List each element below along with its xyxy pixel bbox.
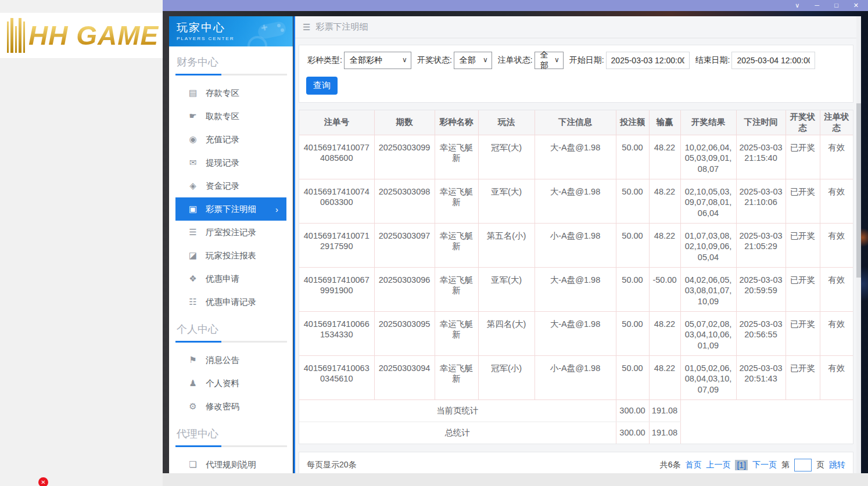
- table-cell: 2025-03-03 21:05:29: [736, 223, 785, 267]
- first-page-link[interactable]: 首页: [685, 460, 701, 470]
- next-page-link[interactable]: 下一页: [752, 460, 777, 470]
- summary-empty: [680, 422, 853, 444]
- pagination-bar: 每页显示20条 共6条 首页 上一页 [1] 下一页 第 页 跳转: [299, 452, 853, 473]
- close-icon[interactable]: ✕: [853, 2, 859, 9]
- jump-page-input[interactable]: [794, 459, 812, 471]
- table-cell: 亚军(大): [478, 267, 535, 311]
- table-cell: 已开奖: [785, 311, 820, 355]
- current-page-indicator[interactable]: [1]: [735, 460, 748, 470]
- logo-barcode-decoration: [7, 18, 25, 53]
- end-date-input[interactable]: [731, 52, 815, 69]
- table-cell: 48.22: [649, 135, 680, 179]
- table-cell: 第四名(大): [478, 311, 535, 355]
- start-date-label: 开始日期:: [569, 55, 604, 66]
- summary-bet-total: 300.00: [616, 399, 649, 422]
- table-cell: 401569174100630345610: [299, 355, 374, 399]
- sidebar-header: 玩家中心 PLAYERS CENTER: [169, 16, 293, 46]
- table-cell: 10,02,06,04,05,03,09,01,08,07: [680, 135, 736, 179]
- jump-prefix-text: 第: [781, 460, 790, 470]
- section-underline: [175, 341, 287, 343]
- table-cell: 401569174100740603300: [299, 179, 374, 223]
- sidebar-item-label: 玩家投注报表: [206, 250, 256, 261]
- window-backdrop: 玩家中心 PLAYERS CENTER 财务中心: [163, 11, 868, 473]
- jump-action-link[interactable]: 跳转: [829, 460, 845, 470]
- sidebar-item-change-password[interactable]: ⚙ 修改密码: [175, 395, 286, 418]
- sidebar-item-label: 消息公告: [206, 355, 239, 366]
- table-row: 40156917410071291759020250303097幸运飞艇新第五名…: [299, 223, 853, 267]
- start-date-input[interactable]: [606, 52, 690, 69]
- table-cell: 50.00: [616, 311, 649, 355]
- col-lottery-name: 彩种名称: [435, 110, 478, 135]
- sidebar-item-promo-apply[interactable]: ❖ 优惠申请: [175, 267, 286, 290]
- section-underline: [175, 74, 287, 75]
- table-cell: 大-A盘@1.98: [535, 311, 616, 355]
- sidebar-item-label: 充值记录: [206, 134, 239, 145]
- sidebar-item-recharge-records[interactable]: ◉ 充值记录: [175, 128, 286, 151]
- sidebar-item-deposit-zone[interactable]: ▤ 存款专区: [175, 81, 286, 105]
- sidebar-item-label: 厅室投注记录: [206, 227, 256, 238]
- clipboard-list-icon: ☰: [188, 227, 198, 237]
- user-icon: ♟: [188, 378, 198, 388]
- query-button[interactable]: 查询: [306, 77, 338, 95]
- gear-icon: ⚙: [188, 401, 198, 412]
- taskbar-strip: [163, 473, 868, 486]
- menu-chevron-icon[interactable]: ∨: [795, 2, 799, 9]
- table-cell: 有效: [820, 179, 853, 223]
- sidebar-item-promo-apply-records[interactable]: ☷ 优惠申请记录: [175, 290, 286, 314]
- table-cell: 20250303098: [374, 179, 435, 223]
- end-date-label: 结束日期:: [695, 55, 730, 66]
- maximize-icon[interactable]: □: [834, 2, 838, 9]
- sidebar-item-withdrawal-records[interactable]: ✉ 提现记录: [175, 151, 286, 174]
- table-cell: 亚军(大): [478, 179, 535, 223]
- jump-suffix-text: 页: [816, 460, 824, 470]
- bank-card-icon: ▤: [188, 88, 198, 98]
- sidebar-item-agent-rules[interactable]: ❏ 代理规则说明: [175, 453, 286, 473]
- sidebar-item-label: 彩票下注明细: [206, 204, 256, 215]
- bet-status-select[interactable]: 全部 ∨: [535, 52, 564, 69]
- table-row: 40156917410074060330020250303098幸运飞艇新亚军(…: [299, 179, 853, 223]
- table-cell: -50.00: [649, 267, 680, 311]
- minimize-icon[interactable]: ─: [815, 2, 819, 9]
- sidebar-item-fund-records[interactable]: ◈ 资金记录: [175, 174, 286, 197]
- sidebar: 玩家中心 PLAYERS CENTER 财务中心: [169, 16, 293, 473]
- prev-page-link[interactable]: 上一页: [706, 460, 730, 470]
- table-cell: 有效: [820, 267, 853, 311]
- bet-status-value: 全部: [540, 50, 550, 71]
- table-cell: 20250303094: [374, 355, 435, 399]
- table-cell: 已开奖: [785, 135, 820, 179]
- table-cell: 幸运飞艇新: [435, 135, 478, 179]
- table-cell: 05,07,02,08,03,04,10,06,01,09: [680, 311, 736, 355]
- summary-winloss-total: 191.08: [649, 422, 680, 444]
- section-finance-heading: 财务中心: [169, 46, 293, 74]
- gift-icon: ❖: [188, 273, 198, 284]
- scrollbar[interactable]: [856, 16, 861, 473]
- table-cell: 第五名(小): [478, 223, 535, 267]
- error-icon[interactable]: ✕: [38, 477, 48, 486]
- table-row: 40156917410077408560020250303099幸运飞艇新冠军(…: [299, 135, 853, 179]
- table-cell: 20250303096: [374, 267, 435, 311]
- lottery-type-select[interactable]: 全部彩种 ∨: [344, 52, 411, 69]
- brand-region: HH GAME ✕: [0, 0, 163, 486]
- table-cell: 幸运飞艇新: [435, 179, 478, 223]
- table-cell: 小-A盘@1.98: [535, 355, 616, 399]
- draw-status-select[interactable]: 全部 ∨: [454, 52, 492, 69]
- table-cell: 幸运飞艇新: [435, 223, 478, 267]
- sidebar-item-player-bet-report[interactable]: ◪ 玩家投注报表: [175, 244, 286, 267]
- bet-status-label: 注单状态:: [498, 55, 533, 66]
- sidebar-item-lottery-bet-details[interactable]: ▣ 彩票下注明细 ›: [175, 197, 286, 221]
- wallet-icon: ✉: [188, 157, 198, 168]
- bell-icon: ⚑: [188, 355, 198, 365]
- col-draw-status: 开奖状态: [785, 110, 820, 135]
- col-win-loss: 输赢: [649, 110, 680, 135]
- scrollbar-thumb[interactable]: [856, 103, 861, 278]
- hamburger-icon[interactable]: ☰: [303, 22, 310, 33]
- sidebar-item-announcements[interactable]: ⚑ 消息公告: [175, 348, 286, 372]
- sidebar-item-label: 取款专区: [206, 111, 239, 122]
- sidebar-item-profile[interactable]: ♟ 个人资料: [175, 372, 286, 395]
- table-cell: 大-A盘@1.98: [535, 267, 616, 311]
- sidebar-item-hall-bet-records[interactable]: ☰ 厅室投注记录: [175, 221, 286, 244]
- table-cell: 大-A盘@1.98: [535, 179, 616, 223]
- money-bag-icon: ◉: [188, 134, 198, 145]
- col-bet-status: 注单状态: [820, 110, 853, 135]
- sidebar-item-withdraw-zone[interactable]: ☛ 取款专区: [175, 105, 286, 128]
